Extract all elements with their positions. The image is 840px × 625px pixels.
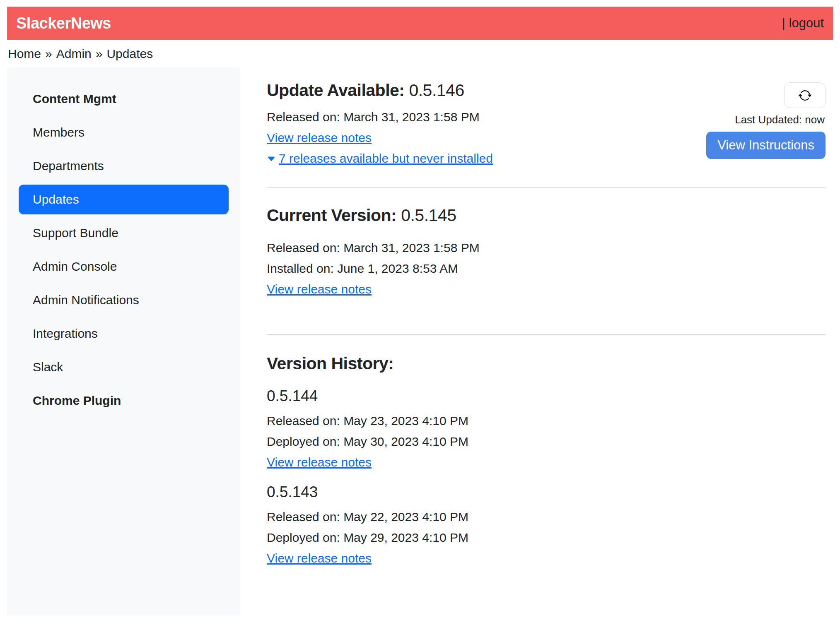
refresh-icon [798,89,812,102]
update-available-section: Update Available: 0.5.146 Released on: M… [267,81,826,166]
sidebar-item-integrations[interactable]: Integrations [19,319,229,349]
current-release-notes-row: View release notes [267,282,826,296]
sidebar-item-members[interactable]: Members [19,118,229,147]
history-deployed-on: Deployed on: May 29, 2023 4:10 PM [267,531,826,545]
current-version-section: Current Version: 0.5.145 Released on: Ma… [267,188,826,296]
release-notes-link[interactable]: View release notes [267,282,372,296]
release-notes-link[interactable]: View release notes [267,455,372,469]
history-version-number: 0.5.144 [267,387,826,405]
sidebar: Content MgmtMembersDepartmentsUpdatesSup… [7,67,240,615]
version-history-title: Version History: [267,354,826,373]
update-release-notes-row: View release notes [267,131,493,145]
current-version-number: 0.5.145 [401,206,456,225]
history-released-on: Released on: May 23, 2023 4:10 PM [267,414,826,428]
logout-link[interactable]: | logout [782,16,824,31]
breadcrumb-item-admin[interactable]: Admin [56,47,92,60]
breadcrumb-separator: » [45,47,52,60]
current-released-on: Released on: March 31, 2023 1:58 PM [267,241,826,255]
release-notes-link[interactable]: View release notes [267,551,372,565]
breadcrumb-separator: » [96,47,103,60]
history-released-on: Released on: May 22, 2023 4:10 PM [267,510,826,524]
sidebar-item-departments[interactable]: Departments [19,151,229,181]
releases-toggle-row: 7 releases available but never installed [267,151,493,166]
update-available-label: Update Available: [267,81,405,100]
breadcrumb: Home»Admin»Updates [7,40,833,67]
main-content: Update Available: 0.5.146 Released on: M… [240,67,833,572]
releases-toggle-label: 7 releases available but never installed [279,151,493,165]
breadcrumb-item-updates[interactable]: Updates [106,47,153,60]
history-version-number: 0.5.143 [267,483,826,501]
update-released-on: Released on: March 31, 2023 1:58 PM [267,110,493,124]
current-version-title: Current Version: 0.5.145 [267,206,826,225]
refresh-button[interactable] [784,82,826,108]
update-available-title: Update Available: 0.5.146 [267,81,493,100]
sidebar-item-updates[interactable]: Updates [19,185,229,214]
sidebar-item-admin-notifications[interactable]: Admin Notifications [19,285,229,315]
update-available-header: Update Available: 0.5.146 Released on: M… [267,81,826,166]
current-version-label: Current Version: [267,206,396,225]
update-available-info: Update Available: 0.5.146 Released on: M… [267,81,493,166]
content-layout: Content MgmtMembersDepartmentsUpdatesSup… [7,67,833,615]
update-available-version: 0.5.146 [409,81,464,100]
version-history-entry: 0.5.144 Released on: May 23, 2023 4:10 P… [267,387,826,469]
app-header: SlackerNews | logout [7,7,833,40]
version-history-entry: 0.5.143 Released on: May 22, 2023 4:10 P… [267,483,826,565]
sidebar-item-admin-console[interactable]: Admin Console [19,252,229,281]
version-history-section: Version History: 0.5.144 Released on: Ma… [267,335,826,565]
history-release-notes-row: View release notes [267,551,826,565]
view-instructions-button[interactable]: View Instructions [706,132,826,159]
release-notes-link[interactable]: View release notes [267,131,372,144]
sidebar-nav: Content MgmtMembersDepartmentsUpdatesSup… [19,84,229,416]
version-history-list: 0.5.144 Released on: May 23, 2023 4:10 P… [267,387,826,565]
brand-logo[interactable]: SlackerNews [16,14,111,32]
current-installed-on: Installed on: June 1, 2023 8:53 AM [267,262,826,276]
caret-down-icon [267,154,276,163]
update-actions: Last Updated: now View Instructions [706,81,826,159]
breadcrumb-item-home[interactable]: Home [8,47,41,60]
sidebar-item-slack[interactable]: Slack [19,352,229,382]
sidebar-item-support-bundle[interactable]: Support Bundle [19,218,229,248]
last-updated-text: Last Updated: now [735,113,825,126]
history-deployed-on: Deployed on: May 30, 2023 4:10 PM [267,435,826,449]
history-release-notes-row: View release notes [267,455,826,469]
sidebar-item-content-mgmt[interactable]: Content Mgmt [19,84,229,114]
page: SlackerNews | logout Home»Admin»Updates … [0,0,840,615]
releases-toggle-link[interactable]: 7 releases available but never installed [267,151,493,165]
sidebar-item-chrome-plugin[interactable]: Chrome Plugin [19,386,229,416]
